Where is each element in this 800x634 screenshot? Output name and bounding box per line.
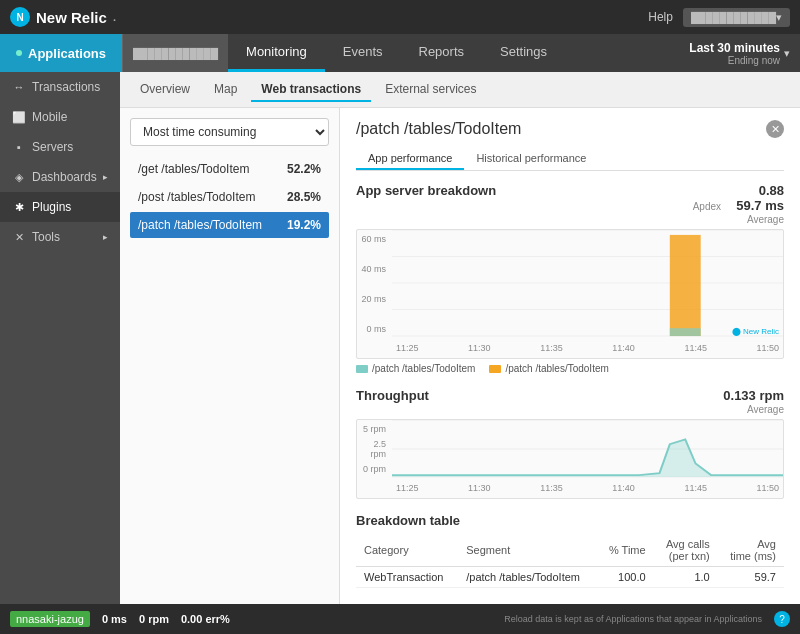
newrelic-watermark: ⬤ New Relic [732,327,779,336]
x-label-1140: 11:40 [612,343,635,353]
col-avg-time: Avgtime (ms) [718,534,784,567]
sidebar-item-label: Dashboards [32,170,97,184]
txn-pct: 28.5% [287,190,321,204]
status-ms: 0 ms [102,613,127,625]
throughput-avg-label: Average [747,404,784,415]
y-label-5rpm: 5 rpm [359,424,390,434]
chart-draw-area [392,230,783,338]
sidebar-item-tools[interactable]: ✕ Tools ▸ [0,222,120,252]
subnav-external-services[interactable]: External services [375,78,486,102]
sidebar: ↔ Transactions ⬜ Mobile ▪ Servers ◈ Dash… [0,72,120,604]
txn-name: /post /tables/TodoItem [138,190,255,204]
sidebar-item-plugins[interactable]: ✱ Plugins [0,192,120,222]
throughput-section: Throughput 0.133 rpm Average 5 rpm 2.5 r… [356,388,784,499]
help-link[interactable]: Help [648,10,673,24]
subnav-overview[interactable]: Overview [130,78,200,102]
sidebar-item-label: Plugins [32,200,71,214]
throughput-title: Throughput [356,388,429,403]
col-avg-calls: Avg calls(per txn) [654,534,718,567]
help-button[interactable]: ? [774,611,790,627]
applications-label: Applications [28,46,106,61]
x-label-1130: 11:30 [468,343,491,353]
x-label-1135: 11:35 [540,343,563,353]
cell-segment: /patch /tables/TodoItem [458,567,597,588]
sidebar-item-label: Tools [32,230,60,244]
cell-category: WebTransaction [356,567,458,588]
top-bar: N New Relic . Help ████████████ ▾ [0,0,800,34]
transaction-item-0[interactable]: /get /tables/TodoItem 52.2% [130,156,329,182]
status-rpm: 0 rpm [139,613,169,625]
tab-events[interactable]: Events [325,34,401,72]
content-area: Overview Map Web transactions External s… [120,72,800,604]
app-breakdown-chart: 60 ms 40 ms 20 ms 0 ms [356,229,784,359]
chart-x-labels: 11:25 11:30 11:35 11:40 11:45 11:50 [392,338,783,358]
y-label-40: 40 ms [359,264,390,274]
subnav-map[interactable]: Map [204,78,247,102]
panel-header: /patch /tables/TodoItem ✕ [356,120,784,138]
app-breakdown-header: App server breakdown 0.88 Apdex 59.7 ms … [356,183,784,225]
servers-icon: ▪ [12,140,26,154]
left-panel: Most time consuming /get /tables/TodoIte… [120,108,340,604]
dashboards-icon: ◈ [12,170,26,184]
status-err-value: 0.00 err% [181,613,230,625]
breakdown-svg [392,230,783,338]
nav-bar: Applications ████████████ Monitoring Eve… [0,34,800,72]
tab-reports[interactable]: Reports [401,34,483,72]
account-name: ████████████ [133,48,218,59]
sidebar-item-mobile[interactable]: ⬜ Mobile [0,102,120,132]
tab-monitoring[interactable]: Monitoring [228,34,325,72]
sidebar-item-label: Transactions [32,80,100,94]
user-menu[interactable]: ████████████ ▾ [683,8,790,27]
transaction-item-2[interactable]: /patch /tables/TodoItem 19.2% [130,212,329,238]
tab-app-performance[interactable]: App performance [356,148,464,170]
filter-select[interactable]: Most time consuming [130,118,329,146]
sidebar-item-transactions[interactable]: ↔ Transactions [0,72,120,102]
sidebar-item-dashboards[interactable]: ◈ Dashboards ▸ [0,162,120,192]
svg-marker-10 [392,439,783,477]
breakdown-row-0: WebTransaction /patch /tables/TodoItem 1… [356,567,784,588]
txn-pct: 19.2% [287,218,321,232]
legend-label-teal: /patch /tables/TodoItem [372,363,475,374]
sidebar-item-label: Servers [32,140,73,154]
subnav-web-transactions[interactable]: Web transactions [251,78,371,102]
col-category: Category [356,534,458,567]
account-selector[interactable]: ████████████ [122,34,228,72]
y-label-60: 60 ms [359,234,390,244]
svg-rect-6 [670,328,701,336]
transaction-item-1[interactable]: /post /tables/TodoItem 28.5% [130,184,329,210]
sub-nav: Overview Map Web transactions External s… [120,72,800,108]
nav-tabs: Monitoring Events Reports Settings [228,34,565,72]
legend-color-orange [489,365,501,373]
x-label-1145: 11:45 [684,343,707,353]
panel-title: /patch /tables/TodoItem [356,120,521,138]
throughput-header: Throughput 0.133 rpm Average [356,388,784,415]
status-bar: nnasaki-jazug 0 ms 0 rpm 0.00 err% Reloa… [0,604,800,634]
txn-name: /get /tables/TodoItem [138,162,249,176]
avg-value: 59.7 ms [736,198,784,213]
chart-y-labels: 60 ms 40 ms 20 ms 0 ms [357,230,392,338]
app-breakdown-title: App server breakdown [356,183,496,198]
throughput-stats: 0.133 rpm Average [723,388,784,415]
tab-historical-performance[interactable]: Historical performance [464,148,598,170]
app-breakdown-stats: 0.88 Apdex 59.7 ms Average [693,183,784,225]
tab-settings[interactable]: Settings [482,34,565,72]
app-status-indicator [16,50,22,56]
app-breakdown-section: App server breakdown 0.88 Apdex 59.7 ms … [356,183,784,374]
legend-item-orange: /patch /tables/TodoItem [489,363,608,374]
throughput-avg-value: 0.133 rpm [723,388,784,403]
time-selector[interactable]: Last 30 minutes Ending now ▾ [689,34,800,72]
mobile-icon: ⬜ [12,110,26,124]
applications-nav[interactable]: Applications [0,34,122,72]
cell-avg-calls: 1.0 [654,567,718,588]
logo-icon: N [10,7,30,27]
cell-avg-time: 59.7 [718,567,784,588]
table-header-row: Category Segment % Time Avg calls(per tx… [356,534,784,567]
close-button[interactable]: ✕ [766,120,784,138]
legend-item-teal: /patch /tables/TodoItem [356,363,475,374]
throughput-svg [392,420,783,478]
time-dropdown-arrow: ▾ [784,47,790,60]
sidebar-item-servers[interactable]: ▪ Servers [0,132,120,162]
y-label-25rpm: 2.5 rpm [359,439,390,459]
apdex-value: 0.88 [759,183,784,198]
throughput-x-labels: 11:25 11:30 11:35 11:40 11:45 11:50 [392,478,783,498]
